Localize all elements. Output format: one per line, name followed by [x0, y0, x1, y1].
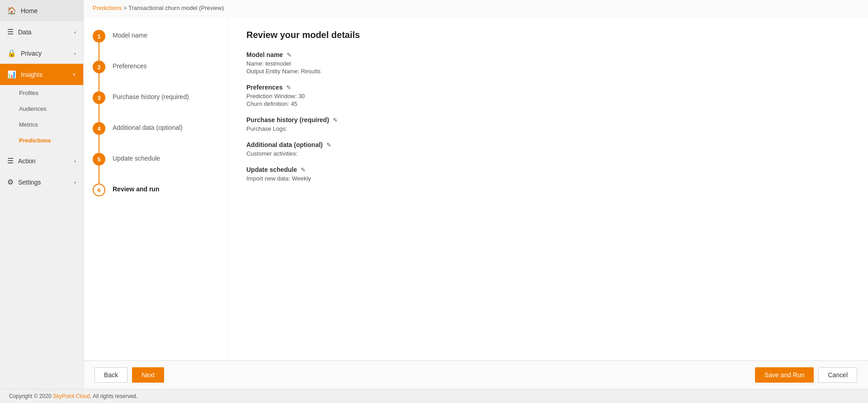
sidebar: 🏠 Home ☰ Data ‹ 🔒 Privacy ‹ 📊 Insights ∨… — [0, 0, 84, 389]
review-section-additional-data-header: Additional data (optional) ✎ — [246, 141, 850, 148]
sidebar-item-metrics[interactable]: Metrics — [0, 117, 83, 133]
sidebar-item-insights[interactable]: 📊 Insights ∨ — [0, 64, 83, 85]
cancel-button[interactable]: Cancel — [818, 367, 857, 383]
sidebar-item-profiles[interactable]: Profiles — [0, 85, 83, 101]
chevron-action-icon: ‹ — [74, 158, 76, 164]
review-title: Review your model details — [246, 30, 850, 40]
review-section-purchase-history-header: Purchase history (required) ✎ — [246, 116, 850, 123]
step-5-wrapper: 5 Update schedule — [93, 153, 219, 184]
metrics-label: Metrics — [19, 121, 38, 128]
bottom-bar: Back Next Save and Run Cancel — [84, 360, 868, 389]
step-2-label: Preferences — [113, 61, 146, 70]
breadcrumb-current: Transactional churn model (Preview) — [128, 5, 224, 11]
review-section-purchase-history: Purchase history (required) ✎ Purchase L… — [246, 116, 850, 132]
review-section-update-schedule-header: Update schedule ✎ — [246, 166, 850, 173]
step-6-circle: 6 — [93, 184, 105, 196]
footer-text: Copyright © 2020 — [9, 393, 53, 399]
sidebar-item-predictions[interactable]: Predictions — [0, 133, 83, 148]
step-5-line — [99, 166, 99, 184]
chevron-privacy-icon: ‹ — [74, 51, 76, 56]
review-model-name-detail-1: Output Entity Name: Results — [246, 68, 850, 75]
edit-update-schedule-icon[interactable]: ✎ — [301, 166, 306, 173]
insights-icon: 📊 — [7, 70, 16, 79]
step-4-wrapper: 4 Additional data (optional) — [93, 122, 219, 153]
step-4-label: Additional data (optional) — [113, 122, 183, 131]
edit-purchase-history-icon[interactable]: ✎ — [333, 117, 338, 123]
review-section-model-name-header: Model name ✎ — [246, 51, 850, 58]
review-preferences-detail-1: Churn definition: 45 — [246, 100, 850, 107]
breadcrumb-separator: > — [123, 5, 127, 11]
sidebar-privacy-label: Privacy — [21, 50, 42, 57]
review-preferences-detail-0: Prediction Window: 30 — [246, 93, 850, 100]
step-3-circle: 3 — [93, 91, 105, 104]
save-and-run-button[interactable]: Save and Run — [755, 367, 814, 383]
review-panel: Review your model details Model name ✎ N… — [228, 16, 868, 360]
step-1-wrapper: 1 Model name — [93, 30, 219, 61]
review-update-schedule-title: Update schedule — [246, 166, 297, 173]
next-button[interactable]: Next — [132, 367, 164, 383]
review-model-name-detail-0: Name: testmodel — [246, 60, 850, 67]
audiences-label: Audiences — [19, 105, 47, 112]
step-3: 3 Purchase history (required) — [93, 91, 219, 104]
review-section-model-name: Model name ✎ Name: testmodel Output Enti… — [246, 51, 850, 75]
review-additional-data-title: Additional data (optional) — [246, 141, 323, 148]
step-3-wrapper: 3 Purchase history (required) — [93, 91, 219, 122]
step-5-label: Update schedule — [113, 153, 160, 162]
step-2-wrapper: 2 Preferences — [93, 61, 219, 91]
edit-model-name-icon[interactable]: ✎ — [287, 52, 292, 58]
review-section-update-schedule: Update schedule ✎ Import new data: Weekl… — [246, 166, 850, 182]
profiles-label: Profiles — [19, 90, 38, 96]
step-5: 5 Update schedule — [93, 153, 219, 166]
edit-preferences-icon[interactable]: ✎ — [286, 84, 291, 91]
footer-link[interactable]: SkyPoint Cloud — [53, 393, 90, 399]
content-area: 1 Model name 2 Preferences — [84, 16, 868, 360]
back-button[interactable]: Back — [94, 367, 127, 383]
settings-icon: ⚙ — [7, 178, 14, 186]
action-icon: ☰ — [7, 156, 14, 165]
review-update-schedule-detail-0: Import new data: Weekly — [246, 175, 850, 182]
sidebar-item-audiences[interactable]: Audiences — [0, 101, 83, 117]
predictions-label: Predictions — [19, 137, 51, 144]
step-4-line — [99, 135, 99, 153]
chevron-insights-icon: ∨ — [72, 71, 76, 77]
step-3-line — [99, 104, 99, 122]
privacy-icon: 🔒 — [7, 49, 16, 57]
step-1-line — [99, 43, 99, 61]
review-section-preferences: Preferences ✎ Prediction Window: 30 Chur… — [246, 84, 850, 107]
step-6-label: Review and run — [113, 184, 159, 193]
step-2: 2 Preferences — [93, 61, 219, 73]
home-icon: 🏠 — [7, 6, 16, 15]
review-additional-data-detail-0: Customer activities: — [246, 150, 850, 157]
bottom-bar-right: Save and Run Cancel — [755, 367, 857, 383]
step-3-label: Purchase history (required) — [113, 91, 189, 100]
sidebar-item-settings[interactable]: ⚙ Settings ‹ — [0, 171, 83, 193]
main-content: Predictions > Transactional churn model … — [84, 0, 868, 389]
review-model-name-title: Model name — [246, 51, 283, 58]
sidebar-insights-label: Insights — [21, 71, 42, 78]
step-6: 6 Review and run — [93, 184, 219, 196]
review-purchase-history-title: Purchase history (required) — [246, 116, 329, 123]
sidebar-item-action[interactable]: ☰ Action ‹ — [0, 150, 83, 171]
step-5-circle: 5 — [93, 153, 105, 166]
sidebar-item-home[interactable]: 🏠 Home — [0, 0, 83, 21]
sidebar-item-privacy[interactable]: 🔒 Privacy ‹ — [0, 43, 83, 64]
step-4-circle: 4 — [93, 122, 105, 135]
step-6-wrapper: 6 Review and run — [93, 184, 219, 196]
sidebar-action-label: Action — [18, 157, 36, 165]
sidebar-data-label: Data — [18, 28, 32, 36]
step-1-label: Model name — [113, 30, 147, 39]
data-icon: ☰ — [7, 28, 14, 36]
breadcrumb-parent[interactable]: Predictions — [93, 5, 122, 11]
step-2-line — [99, 73, 99, 91]
sidebar-home-label: Home — [21, 7, 38, 14]
chevron-data-icon: ‹ — [74, 29, 76, 35]
breadcrumb: Predictions > Transactional churn model … — [84, 0, 868, 16]
edit-additional-data-icon[interactable]: ✎ — [326, 142, 331, 148]
review-preferences-title: Preferences — [246, 84, 283, 91]
step-1-circle: 1 — [93, 30, 105, 43]
sidebar-item-data[interactable]: ☰ Data ‹ — [0, 21, 83, 43]
steps-panel: 1 Model name 2 Preferences — [84, 16, 228, 360]
footer: Copyright © 2020 SkyPoint Cloud. All rig… — [0, 389, 868, 403]
chevron-settings-icon: ‹ — [74, 180, 76, 185]
review-purchase-history-detail-0: Purchase Logs: — [246, 125, 850, 132]
